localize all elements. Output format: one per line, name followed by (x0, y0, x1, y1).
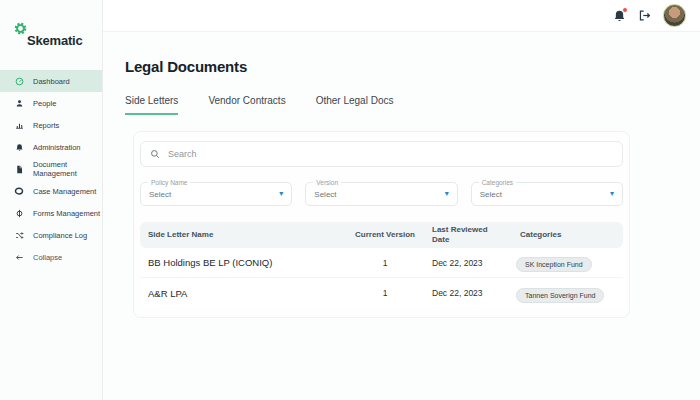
sidebar-item-reports[interactable]: Reports (0, 114, 102, 136)
column-header-current-version: Current Version (346, 230, 424, 240)
sidebar-item-administration[interactable]: Administration (0, 136, 102, 158)
select-label: Policy Name (148, 179, 190, 186)
table-row[interactable]: BB Holdings BE LP (ICONIQ) 1 Dec 22, 202… (140, 248, 623, 278)
sidebar-item-label: Compliance Log (33, 231, 87, 240)
cell-side-letter-name: A&R LPA (140, 288, 346, 299)
notification-badge (622, 7, 628, 13)
select-label: Categories (479, 179, 516, 186)
chevron-down-icon: ▾ (279, 190, 283, 198)
search-box (140, 141, 623, 167)
category-badge: Tannen Soverign Fund (516, 288, 604, 303)
cell-categories: Tannen Soverign Fund (512, 284, 623, 303)
column-header-side-letter-name: Side Letter Name (140, 230, 346, 240)
table-row[interactable]: A&R LPA 1 Dec 22, 2023 Tannen Soverign F… (140, 278, 623, 308)
sidebar-item-label: Administration (33, 143, 81, 152)
sidebar-nav: Dashboard People Reports Administration … (0, 70, 102, 268)
gear-icon (14, 22, 27, 48)
tab-bar: Side Letters Vendor Contracts Other Lega… (125, 95, 700, 115)
tab-other-legal-docs[interactable]: Other Legal Docs (316, 95, 394, 115)
categories-select[interactable]: Categories Select ▾ (471, 182, 623, 206)
documents-panel: Policy Name Select ▾ Version Select ▾ Ca… (133, 131, 630, 318)
tab-side-letters[interactable]: Side Letters (125, 95, 178, 115)
sidebar: Skematic Dashboard People Reports Admini… (0, 0, 103, 400)
top-bar (103, 0, 700, 32)
side-letters-table: Side Letter Name Current Version Last Re… (140, 222, 623, 308)
page-title: Legal Documents (125, 58, 700, 75)
sidebar-item-label: Document Management (33, 160, 102, 178)
sidebar-item-label: Reports (33, 121, 59, 130)
sidebar-item-label: Forms Management (33, 209, 100, 218)
sidebar-item-case-management[interactable]: Case Management (0, 180, 102, 202)
sidebar-item-forms-management[interactable]: Forms Management (0, 202, 102, 224)
brand-logo: Skematic (0, 0, 102, 48)
select-label: Version (313, 179, 341, 186)
logout-icon (638, 9, 651, 22)
notifications-button[interactable] (613, 9, 626, 23)
sidebar-collapse-button[interactable]: Collapse (0, 246, 102, 268)
main-content: Legal Documents Side Letters Vendor Cont… (103, 32, 700, 400)
sidebar-item-label: Dashboard (33, 77, 70, 86)
cell-categories: SK Inception Fund (512, 253, 623, 272)
cell-current-version: 1 (346, 258, 424, 268)
select-value: Select (480, 190, 502, 199)
dashboard-icon (14, 76, 24, 86)
people-icon (14, 98, 24, 108)
cell-side-letter-name: BB Holdings BE LP (ICONIQ) (140, 257, 346, 268)
sidebar-item-label: People (33, 99, 56, 108)
sidebar-item-people[interactable]: People (0, 92, 102, 114)
compliance-icon (14, 230, 24, 240)
sidebar-item-dashboard[interactable]: Dashboard (0, 70, 102, 92)
chevron-down-icon: ▾ (610, 190, 614, 198)
policy-name-select[interactable]: Policy Name Select ▾ (140, 182, 292, 206)
column-header-last-reviewed-date: Last Reviewed Date (424, 225, 512, 245)
administration-icon (14, 142, 24, 152)
select-value: Select (314, 190, 336, 199)
user-avatar[interactable] (663, 4, 686, 27)
search-input[interactable] (168, 149, 613, 159)
sidebar-item-compliance-log[interactable]: Compliance Log (0, 224, 102, 246)
tab-vendor-contracts[interactable]: Vendor Contracts (208, 95, 285, 115)
select-value: Select (149, 190, 171, 199)
category-badge: SK Inception Fund (516, 257, 592, 272)
filter-row: Policy Name Select ▾ Version Select ▾ Ca… (140, 182, 623, 206)
brand-name: Skematic (27, 33, 83, 48)
sidebar-item-label: Case Management (33, 187, 96, 196)
reports-icon (14, 120, 24, 130)
forms-icon (14, 208, 24, 218)
chevron-down-icon: ▾ (445, 190, 449, 198)
sidebar-item-label: Collapse (33, 253, 62, 262)
document-icon (14, 164, 24, 174)
table-header-row: Side Letter Name Current Version Last Re… (140, 222, 623, 248)
cell-last-reviewed-date: Dec 22, 2023 (424, 288, 512, 298)
version-select[interactable]: Version Select ▾ (305, 182, 457, 206)
cell-current-version: 1 (346, 288, 424, 298)
search-icon (150, 149, 160, 159)
collapse-arrow-icon (14, 252, 24, 262)
column-header-categories: Categories (512, 230, 623, 240)
case-icon (14, 186, 24, 196)
logout-button[interactable] (638, 9, 651, 22)
cell-last-reviewed-date: Dec 22, 2023 (424, 258, 512, 268)
sidebar-item-document-management[interactable]: Document Management (0, 158, 102, 180)
